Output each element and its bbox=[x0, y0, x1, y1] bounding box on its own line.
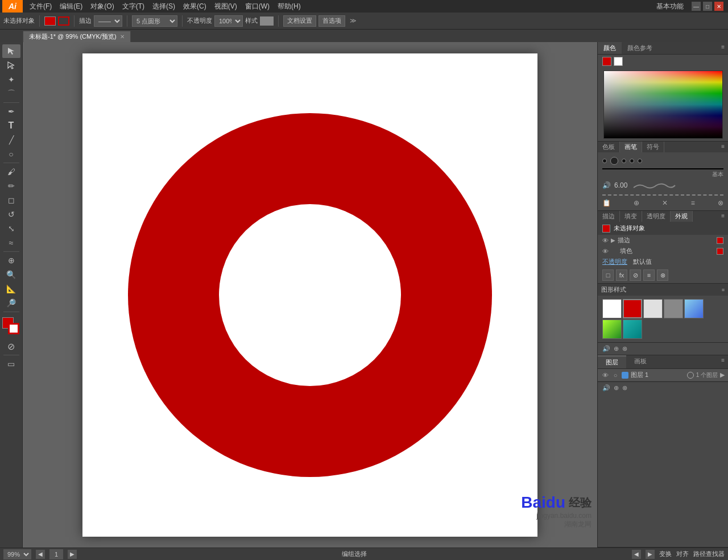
layers-icon-3[interactable]: ⊗ bbox=[622, 384, 627, 392]
menu-file[interactable]: 文件(F) bbox=[26, 1, 55, 13]
layer-target-icon[interactable] bbox=[687, 372, 694, 379]
gs-icon-1[interactable]: 🔊 bbox=[602, 345, 610, 352]
align-label[interactable]: 对齐 bbox=[676, 550, 689, 558]
layers-icon-2[interactable]: ⊕ bbox=[614, 384, 619, 392]
next-page-button[interactable]: ▶ bbox=[68, 550, 77, 559]
gs-icon-3[interactable]: ⊗ bbox=[622, 345, 627, 352]
appearance-add-btn[interactable]: □ bbox=[602, 269, 614, 281]
line-tool[interactable]: ╱ bbox=[2, 133, 20, 147]
appearance-panel-menu-icon[interactable]: ≡ bbox=[718, 211, 728, 222]
toolbar-menu-icon[interactable]: ≫ bbox=[350, 17, 357, 24]
stroke-eye-icon[interactable]: 👁 bbox=[602, 237, 609, 244]
scale-tool[interactable]: ⤡ bbox=[2, 222, 20, 235]
brush-icon-2[interactable]: ⊕ bbox=[634, 199, 639, 207]
gs-icon-2[interactable]: ⊕ bbox=[614, 345, 619, 352]
pen-tool[interactable]: ✒ bbox=[2, 105, 20, 118]
color-tab[interactable]: 颜色 bbox=[598, 42, 622, 54]
appearance-tab[interactable]: 外观 bbox=[671, 211, 693, 222]
minimize-button[interactable]: — bbox=[692, 2, 701, 11]
direct-selection-tool[interactable] bbox=[2, 59, 20, 72]
opacity-select[interactable]: 100% bbox=[214, 15, 243, 27]
warp-tool[interactable]: ≈ bbox=[2, 236, 20, 250]
appearance-copy-btn[interactable]: ⊘ bbox=[630, 269, 641, 281]
brush-icon-4[interactable]: ≡ bbox=[691, 199, 695, 207]
menu-select[interactable]: 选择(S) bbox=[149, 1, 179, 13]
style-swatch-white[interactable] bbox=[602, 299, 622, 318]
brush-icon-5[interactable]: ⊗ bbox=[718, 199, 723, 207]
brush-dot-small3[interactable] bbox=[630, 159, 634, 163]
blend-tool[interactable]: ⊕ bbox=[2, 254, 20, 267]
brush-dot-small4[interactable] bbox=[638, 159, 642, 163]
toolbar-stroke-color[interactable] bbox=[58, 16, 69, 26]
status-nav-left[interactable]: ◀ bbox=[632, 550, 641, 559]
preferences-button[interactable]: 首选项 bbox=[318, 15, 345, 27]
symbols-tab[interactable]: 符号 bbox=[642, 142, 664, 152]
zoom-tool[interactable]: 🔎 bbox=[2, 296, 20, 310]
brush-dot-small2[interactable] bbox=[622, 159, 626, 163]
brush-size-select[interactable]: 5 点圆形 bbox=[132, 15, 177, 27]
style-box[interactable] bbox=[260, 16, 274, 26]
menu-help[interactable]: 帮助(H) bbox=[274, 1, 304, 13]
stroke-tab[interactable]: 描边 bbox=[598, 211, 620, 222]
artboard-tab[interactable]: 画板 bbox=[626, 355, 655, 368]
maximize-button[interactable]: □ bbox=[703, 2, 712, 11]
stroke-color-box[interactable] bbox=[8, 323, 19, 334]
swatches-tab[interactable]: 色板 bbox=[598, 142, 620, 152]
toolbar-fill-color[interactable] bbox=[44, 16, 56, 26]
menu-edit[interactable]: 编辑(E) bbox=[56, 1, 86, 13]
transparency-tab[interactable]: 透明度 bbox=[642, 211, 671, 222]
bg-color-swatch[interactable] bbox=[614, 57, 623, 66]
layers-tab[interactable]: 图层 bbox=[598, 355, 626, 368]
layer-color-indicator[interactable] bbox=[622, 372, 628, 379]
eyedropper-tool[interactable]: 🔍 bbox=[2, 268, 20, 281]
layers-panel-menu-icon[interactable]: ≡ bbox=[718, 355, 728, 368]
menu-view[interactable]: 视图(V) bbox=[211, 1, 241, 13]
document-tab[interactable]: 未标题-1* @ 99% (CMYK/预览) ✕ bbox=[23, 31, 131, 42]
brush-dot-small[interactable] bbox=[602, 159, 607, 163]
style-swatch-red[interactable] bbox=[623, 299, 642, 318]
menu-object[interactable]: 对象(O) bbox=[87, 1, 117, 13]
page-number-input[interactable] bbox=[49, 549, 63, 559]
zoom-select[interactable]: 99% bbox=[3, 549, 31, 559]
style-swatch-dark-gray[interactable] bbox=[664, 299, 683, 318]
layer-eye-icon[interactable]: 👁 bbox=[601, 371, 609, 379]
opacity-link[interactable]: 不透明度 bbox=[602, 258, 627, 266]
appearance-delete-btn[interactable]: ≡ bbox=[643, 269, 655, 281]
pathfinder-label[interactable]: 路径查找器 bbox=[693, 550, 725, 558]
eraser-tool[interactable]: ◻ bbox=[2, 193, 20, 207]
layer-expand-icon[interactable]: ▶ bbox=[720, 371, 725, 379]
stroke-color-swatch[interactable] bbox=[717, 237, 723, 244]
gradient-tab[interactable]: 填变 bbox=[620, 211, 642, 222]
brush-icon-1[interactable]: 📋 bbox=[602, 199, 611, 207]
graphic-styles-collapse-icon[interactable]: ≡ bbox=[722, 287, 725, 293]
rotate-tool[interactable]: ↺ bbox=[2, 208, 20, 221]
appearance-fx-btn[interactable]: fx bbox=[616, 269, 627, 281]
appearance-color-box[interactable] bbox=[602, 225, 610, 233]
stroke-type-select[interactable]: —— bbox=[94, 15, 122, 27]
type-tool[interactable]: T bbox=[2, 119, 20, 132]
brush-dot-medium[interactable] bbox=[610, 157, 618, 165]
layers-icon-1[interactable]: 🔊 bbox=[602, 384, 610, 392]
measure-tool[interactable]: 📐 bbox=[2, 282, 20, 296]
none-fill-icon[interactable]: ⊘ bbox=[2, 339, 20, 353]
style-swatch-teal-gradient[interactable] bbox=[623, 320, 642, 339]
fg-color-swatch[interactable] bbox=[602, 57, 611, 66]
layer-lock-icon[interactable]: ○ bbox=[611, 371, 619, 379]
brushes-tab[interactable]: 画笔 bbox=[620, 142, 642, 152]
status-nav-right[interactable]: ▶ bbox=[646, 550, 655, 559]
lasso-tool[interactable]: ⌒ bbox=[2, 87, 20, 101]
brushes-panel-menu-icon[interactable]: ≡ bbox=[718, 142, 728, 152]
color-spectrum[interactable] bbox=[603, 70, 723, 139]
change-screen-mode[interactable]: ▭ bbox=[2, 357, 20, 371]
doc-settings-button[interactable]: 文档设置 bbox=[283, 15, 316, 27]
style-swatch-green-yellow[interactable] bbox=[602, 320, 622, 339]
prev-page-button[interactable]: ◀ bbox=[36, 550, 45, 559]
paintbrush-tool[interactable]: 🖌 bbox=[2, 165, 20, 179]
fill-color-swatch[interactable] bbox=[717, 248, 723, 255]
close-button[interactable]: ✕ bbox=[714, 2, 723, 11]
menu-window[interactable]: 窗口(W) bbox=[242, 1, 273, 13]
magic-wand-tool[interactable]: ✦ bbox=[2, 73, 20, 86]
style-swatch-light-gray[interactable] bbox=[643, 299, 663, 318]
brush-icon-3[interactable]: ✕ bbox=[662, 199, 668, 207]
tab-close-icon[interactable]: ✕ bbox=[120, 34, 125, 40]
